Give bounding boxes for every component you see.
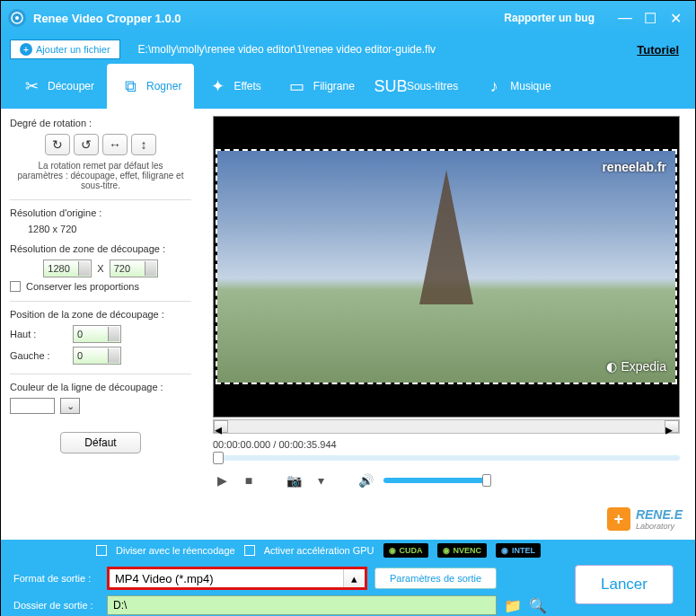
tab-music-label: Musique (510, 80, 551, 92)
crop-width-input[interactable]: 1280 (43, 260, 92, 277)
flip-vertical-button[interactable]: ↕ (131, 134, 156, 155)
folder-label: Dossier de sortie : (13, 600, 100, 611)
snapshot-dropdown[interactable]: ▾ (312, 471, 330, 489)
file-toolbar: Ajouter un fichier E:\molly\molly\renee … (1, 35, 695, 64)
rotate-cw-button[interactable]: ↻ (45, 134, 70, 155)
maximize-button[interactable]: ☐ (638, 9, 663, 27)
crop-selection-box[interactable]: reneelab.fr ◐ Expedia (216, 149, 677, 384)
expedia-label: Expedia (621, 359, 666, 374)
crop-height-input[interactable]: 720 (110, 260, 158, 277)
wand-icon: ✦ (207, 75, 228, 97)
video-preview[interactable]: reneelab.fr ◐ Expedia (213, 116, 680, 418)
seek-thumb[interactable] (213, 452, 224, 464)
output-folder-input[interactable] (107, 595, 497, 615)
launch-button[interactable]: Lancer (575, 565, 674, 604)
crop-resolution-label: Résolution de zone de découpage : (10, 243, 191, 254)
scroll-left-button[interactable]: ◂ (214, 420, 228, 433)
tab-crop-label: Rogner (146, 80, 181, 92)
format-label: Format de sortie : (13, 573, 100, 584)
crop-top-input[interactable]: 0 (73, 325, 121, 343)
line-color-label: Couleur de la ligne de découpage : (10, 382, 191, 392)
main-content: Degré de rotation : ↻ ↺ ↔ ↕ La rotation … (1, 109, 695, 540)
gpu-accel-checkbox[interactable] (244, 545, 255, 556)
watermark-text: reneelab.fr (602, 160, 666, 174)
expedia-icon: ◐ (606, 359, 617, 374)
format-value: MP4 Video (*.mp4) (115, 572, 214, 585)
add-file-button[interactable]: Ajouter un fichier (10, 40, 120, 59)
volume-slider[interactable] (383, 478, 491, 483)
app-title: Renee Video Cropper 1.0.0 (33, 12, 504, 25)
scissors-icon: ✂ (21, 75, 42, 97)
tab-watermark[interactable]: ▭ Filigrane (274, 64, 367, 109)
open-folder-icon[interactable]: 🔍 (529, 597, 545, 613)
eiffel-tower-graphic (419, 170, 473, 304)
tab-cut-label: Découper (48, 80, 94, 92)
close-button[interactable]: ✕ (663, 9, 688, 27)
svg-point-1 (15, 16, 19, 20)
rene-sub: Laboratory (636, 522, 683, 531)
volume-button[interactable]: 🔊 (357, 471, 374, 489)
format-dropdown-arrow[interactable]: ▴ (343, 569, 365, 587)
intel-badge: ◉ INTEL (496, 543, 541, 558)
minimize-button[interactable]: — (612, 9, 638, 27)
play-button[interactable]: ▶ (213, 471, 231, 489)
subtitle-icon: SUB (380, 75, 401, 97)
rene-brand: RENE.E (636, 507, 683, 522)
rene-logo: + RENE.E Laboratory (607, 507, 683, 531)
crop-position-label: Position de la zone de découpage : (10, 309, 191, 320)
rotation-note: La rotation remet par défaut les paramèt… (17, 161, 184, 190)
tab-subtitles[interactable]: SUB Sous-titres (367, 64, 471, 109)
seek-slider[interactable] (213, 455, 680, 461)
main-tabs: ✂ Découper ⧉ Rogner ✦ Effets ▭ Filigrane… (1, 64, 695, 109)
default-button[interactable]: Défaut (60, 432, 141, 453)
crop-settings-panel: Degré de rotation : ↻ ↺ ↔ ↕ La rotation … (1, 109, 200, 540)
horizontal-scrollbar[interactable]: ◂ ▸ (213, 419, 680, 434)
output-bar: Format de sortie : MP4 Video (*.mp4) ▴ P… (1, 561, 695, 616)
tab-effects-label: Effets (233, 80, 260, 92)
tab-cut[interactable]: ✂ Découper (8, 64, 107, 109)
encoding-options-row: Diviser avec le réencodage Activer accél… (1, 540, 695, 561)
report-bug-link[interactable]: Rapporter un bug (504, 12, 595, 24)
scroll-right-button[interactable]: ▸ (665, 420, 679, 433)
preview-panel: reneelab.fr ◐ Expedia ◂ ▸ 00:00:00.000 /… (200, 109, 695, 540)
x-separator: X (97, 263, 103, 274)
keep-ratio-checkbox[interactable] (10, 281, 21, 292)
volume-thumb[interactable] (482, 474, 491, 487)
rene-cross-icon: + (607, 507, 630, 531)
tab-crop[interactable]: ⧉ Rogner (107, 64, 194, 109)
original-resolution-value: 1280 x 720 (28, 224, 191, 234)
add-file-label: Ajouter un fichier (36, 44, 110, 55)
tab-watermark-label: Filigrane (313, 80, 355, 92)
output-format-select[interactable]: MP4 Video (*.mp4) ▴ (107, 567, 367, 590)
browse-folder-icon[interactable]: 📁 (504, 597, 522, 613)
tutorial-link[interactable]: Tutoriel (637, 43, 679, 57)
rotate-ccw-button[interactable]: ↺ (74, 134, 99, 155)
expedia-badge: ◐ Expedia (606, 359, 666, 374)
gpu-accel-label: Activer accélération GPU (264, 545, 374, 556)
line-color-swatch[interactable] (10, 398, 55, 414)
split-reencode-checkbox[interactable] (96, 545, 107, 556)
left-label: Gauche : (10, 350, 73, 361)
playback-controls: ▶ ■ 📷 ▾ 🔊 (213, 471, 683, 489)
music-icon: ♪ (483, 75, 505, 97)
rotation-label: Degré de rotation : (10, 118, 191, 128)
snapshot-button[interactable]: 📷 (285, 471, 303, 489)
tab-music[interactable]: ♪ Musique (471, 64, 563, 109)
tab-subtitles-label: Sous-titres (407, 80, 458, 92)
crop-icon: ⧉ (119, 75, 141, 97)
crop-left-input[interactable]: 0 (73, 347, 121, 365)
nvenc-badge: ◉ NVENC (437, 543, 488, 558)
tab-effects[interactable]: ✦ Effets (194, 64, 273, 109)
output-settings-button[interactable]: Paramètres de sortie (374, 568, 497, 589)
flip-horizontal-button[interactable]: ↔ (102, 134, 128, 155)
cuda-badge: ◉ CUDA (383, 543, 428, 558)
titlebar: Renee Video Cropper 1.0.0 Rapporter un b… (1, 1, 695, 35)
app-logo-icon (8, 9, 26, 27)
split-reencode-label: Diviser avec le réencodage (116, 545, 235, 556)
watermark-icon: ▭ (286, 75, 308, 97)
stop-button[interactable]: ■ (240, 471, 258, 489)
line-color-dropdown[interactable]: ⌄ (60, 398, 80, 414)
timecode-display: 00:00:00.000 / 00:00:35.944 (213, 439, 683, 450)
file-path-display: E:\molly\molly\renee video editor\1\rene… (138, 43, 638, 56)
original-resolution-label: Résolution d'origine : (10, 207, 191, 218)
